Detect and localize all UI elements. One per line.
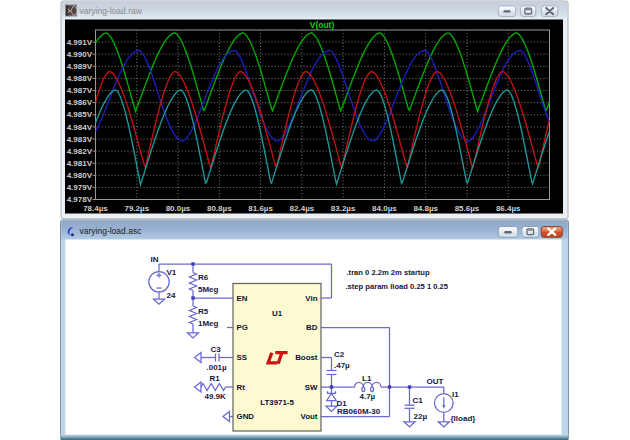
svg-text:V(out): V(out)	[310, 20, 335, 30]
svg-text:R1: R1	[210, 374, 221, 383]
svg-text:{Iload}: {Iload}	[451, 414, 476, 423]
svg-text:GND: GND	[237, 412, 255, 421]
svg-text:4.987V: 4.987V	[67, 86, 93, 95]
svg-text:IN: IN	[151, 255, 159, 264]
svg-text:C3: C3	[211, 345, 222, 354]
svg-text:82.4µs: 82.4µs	[290, 204, 315, 213]
svg-text:PG: PG	[237, 323, 248, 332]
svg-text:4.981V: 4.981V	[67, 159, 93, 168]
svg-text:4.982V: 4.982V	[67, 147, 93, 156]
svg-text:24: 24	[167, 291, 176, 300]
svg-text:varying-load.raw: varying-load.raw	[80, 6, 143, 16]
svg-text:4.989V: 4.989V	[67, 62, 93, 71]
svg-text:80.8µs: 80.8µs	[207, 204, 232, 213]
svg-text:Rt: Rt	[237, 383, 246, 392]
svg-text:86.4µs: 86.4µs	[496, 204, 521, 213]
svg-text:4.988V: 4.988V	[67, 74, 93, 83]
svg-text:4.984V: 4.984V	[67, 123, 93, 132]
svg-text:49.9K: 49.9K	[205, 392, 227, 401]
svg-text:C2: C2	[334, 350, 345, 359]
svg-text:85.6µs: 85.6µs	[455, 204, 480, 213]
svg-text:.step param Iload 0.25 1 0.25: .step param Iload 0.25 1 0.25	[346, 282, 449, 291]
svg-text:RB060M-30: RB060M-30	[337, 407, 381, 416]
svg-text:79.2µs: 79.2µs	[124, 204, 149, 213]
svg-text:varying-load.asc: varying-load.asc	[80, 226, 143, 236]
svg-text:.tran 0 2.2m 2m startup: .tran 0 2.2m 2m startup	[347, 268, 430, 277]
svg-text:EN: EN	[237, 294, 248, 303]
svg-text:Vout: Vout	[301, 412, 318, 421]
svg-text:Boost: Boost	[295, 353, 318, 362]
svg-text:OUT: OUT	[427, 377, 444, 386]
svg-text:Vin: Vin	[305, 294, 317, 303]
svg-text:4.978V: 4.978V	[67, 195, 93, 204]
svg-text:R6: R6	[198, 273, 209, 282]
svg-text:SS: SS	[237, 353, 248, 362]
svg-text:L1: L1	[362, 374, 372, 383]
svg-text:U1: U1	[272, 309, 283, 318]
svg-text:22µ: 22µ	[414, 412, 428, 421]
svg-text:4.979V: 4.979V	[67, 183, 93, 192]
svg-text:4.980V: 4.980V	[67, 171, 93, 180]
svg-text:83.2µs: 83.2µs	[331, 204, 356, 213]
svg-text:LT3971-5: LT3971-5	[260, 398, 294, 407]
svg-text:.47µ: .47µ	[334, 361, 350, 370]
svg-text:1Meg: 1Meg	[198, 319, 219, 328]
svg-text:4.990V: 4.990V	[67, 50, 93, 59]
svg-text:.001µ: .001µ	[207, 363, 228, 372]
svg-text:V1: V1	[167, 268, 177, 277]
svg-text:84.8µs: 84.8µs	[413, 204, 438, 213]
svg-text:4.983V: 4.983V	[67, 135, 93, 144]
svg-text:80.0µs: 80.0µs	[166, 204, 191, 213]
svg-text:4.7µ: 4.7µ	[360, 392, 376, 401]
svg-text:I1: I1	[452, 390, 459, 399]
svg-text:5Meg: 5Meg	[198, 285, 219, 294]
svg-text:C1: C1	[413, 396, 424, 405]
svg-text:4.986V: 4.986V	[67, 98, 93, 107]
svg-text:81.6µs: 81.6µs	[248, 204, 273, 213]
svg-text:78.4µs: 78.4µs	[83, 204, 108, 213]
svg-text:4.991V: 4.991V	[67, 38, 93, 47]
svg-text:SW: SW	[305, 383, 318, 392]
svg-text:84.0µs: 84.0µs	[372, 204, 397, 213]
svg-text:BD: BD	[306, 323, 318, 332]
svg-text:R5: R5	[198, 307, 209, 316]
svg-text:4.985V: 4.985V	[67, 110, 93, 119]
